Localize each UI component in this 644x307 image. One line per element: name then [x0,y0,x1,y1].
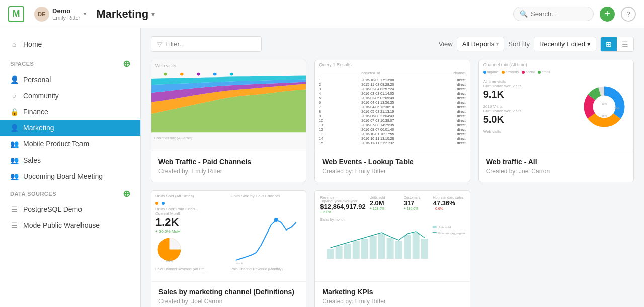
sidebar-item-postgresql[interactable]: ☰ PostgreSQL Demo [0,201,140,217]
lock-icon: 🔒 [10,108,18,116]
svg-rect-23 [370,236,377,259]
sidebar-item-home[interactable]: ⌂ Home [0,36,140,52]
report-creator-4: Created by: Joel Carron [158,298,299,305]
svg-text:10%: 10% [602,102,607,105]
svg-text:58%: 58% [602,114,607,117]
svg-point-16 [274,218,278,222]
user-email: Emily Ritter [52,15,80,21]
sort-dropdown[interactable]: Recently Edited ▾ [534,37,596,51]
sidebar-finance-label: Finance [23,108,48,116]
filter-input[interactable] [165,40,255,48]
report-creator-1: Created by: Emily Ritter [158,168,299,175]
toolbar-right: View All Reports ▾ Sort By Recently Edit… [439,37,634,52]
sidebar-community-label: Community [23,92,59,100]
report-card-marketing-kpis[interactable]: Revenue Top-line, year-over-year $12,864… [314,190,470,307]
person-icon: 👤 [10,75,18,84]
svg-point-3 [213,73,217,76]
top-navigation: M DE Demo Emily Ritter ▾ Marketing ▾ 🔍 +… [0,0,644,28]
report-card-web-events[interactable]: Query 1 Results occurred_at channel 1201… [314,60,470,182]
page-title: Marketing [96,8,148,21]
list-view-button[interactable]: ☰ [617,37,633,51]
sales-icon: 👥 [10,156,18,164]
help-button[interactable]: ? [621,7,636,22]
main-layout: ⌂ Home SPACES ⊕ 👤 Personal ○ Community 🔒… [0,28,644,307]
report-thumbnail-4: Units Sold (All Times) Units Sold by Pai… [151,191,306,281]
sidebar-item-marketing[interactable]: 👤 Marketing [0,120,140,136]
report-card-sales-marketing[interactable]: Units Sold (All Times) Units Sold by Pai… [151,190,306,307]
sidebar-item-finance[interactable]: 🔒 Finance [0,104,140,120]
sidebar-home-label: Home [23,40,42,48]
sidebar-item-mode-warehouse[interactable]: ☰ Mode Public Warehouse [0,217,140,234]
sidebar-personal-label: Personal [23,75,51,84]
svg-text:35%: 35% [614,106,620,109]
sidebar-warehouse-label: Mode Public Warehouse [23,221,100,229]
sort-arrow-icon: ▾ [587,40,591,48]
view-value: All Reports [462,40,495,48]
report-title-3: Web traffic - All [486,158,626,166]
user-info: Demo Emily Ritter [52,7,80,21]
svg-rect-18 [327,249,334,259]
warehouse-icon: ☰ [10,221,18,229]
report-info-3: Web traffic - All Created by: Joel Carro… [479,151,633,182]
report-title-2: Web Events - Lookup Table [322,158,462,166]
user-menu[interactable]: DE Demo Emily Ritter ▾ [30,5,90,24]
page-title-area: Marketing ▾ [96,8,507,21]
svg-rect-19 [336,246,343,259]
svg-point-0 [164,73,167,76]
report-title-5: Marketing KPIs [322,288,462,296]
add-space-button[interactable]: ⊕ [123,58,131,69]
svg-rect-25 [387,238,394,259]
toolbar: ▽ View All Reports ▾ Sort By Recently Ed… [151,36,634,52]
globe-icon: ○ [10,92,18,100]
report-thumbnail-2: Query 1 Results occurred_at channel 1201… [315,60,469,151]
chevron-down-icon: ▾ [84,11,86,17]
svg-point-1 [180,73,184,76]
sidebar-item-personal[interactable]: 👤 Personal [0,71,140,88]
search-icon: 🔍 [520,10,528,18]
report-creator-2: Created by: Emily Ritter [322,168,462,175]
title-dropdown-icon[interactable]: ▾ [151,10,155,18]
board-icon: 👥 [10,172,18,180]
sidebar-item-sales[interactable]: 👥 Sales [0,152,140,168]
report-thumbnail-1: Web visits [151,60,306,151]
view-dropdown[interactable]: All Reports ▾ [457,37,505,51]
search-box[interactable]: 🔍 [513,7,594,21]
report-title-4: Sales by marketing channel (Definitions) [158,288,299,296]
sidebar-board-label: Upcoming Board Meeting [23,172,103,180]
grid-view-button[interactable]: ⊞ [601,37,617,51]
report-info-5: Marketing KPIs Created by: Emily Ritter [315,281,469,307]
avatar: DE [34,7,49,22]
report-info-2: Web Events - Lookup Table Created by: Em… [315,151,469,182]
report-card-web-traffic-paid[interactable]: Web visits [151,60,306,182]
report-title-1: Web Traffic - Paid Channels [158,158,299,166]
view-toggle: ⊞ ☰ [600,37,634,52]
marketing-icon: 👤 [10,124,18,132]
user-name: Demo [52,7,80,15]
svg-text:Revenue (aggregate): Revenue (aggregate) [438,232,465,235]
svg-rect-22 [361,239,368,259]
sort-value: Recently Edited [539,40,585,48]
sidebar: ⌂ Home SPACES ⊕ 👤 Personal ○ Community 🔒… [0,28,141,307]
data-sources-section-header: DATA SOURCES ⊕ [0,184,140,201]
main-content: ▽ View All Reports ▾ Sort By Recently Ed… [141,28,644,307]
spaces-section-header: SPACES ⊕ [0,54,140,71]
svg-rect-20 [344,244,351,259]
sidebar-item-community[interactable]: ○ Community [0,88,140,104]
svg-rect-26 [395,241,403,259]
report-card-web-traffic-all[interactable]: Channel mix (All time) organic adwords s… [478,60,634,182]
svg-rect-24 [378,234,385,259]
home-icon: ⌂ [10,40,18,48]
svg-rect-30 [433,226,437,228]
report-creator-5: Created by: Emily Ritter [322,298,462,305]
create-button[interactable]: + [600,7,615,22]
sidebar-item-upcoming-board-meeting[interactable]: 👥 Upcoming Board Meeting [0,168,140,184]
sidebar-postgresql-label: PostgreSQL Demo [23,205,82,213]
report-creator-3: Created by: Joel Carron [486,168,626,175]
sidebar-item-mobile-product-team[interactable]: 👥 Mobile Product Team [0,136,140,152]
team-icon: 👥 [10,140,18,148]
search-input[interactable] [531,10,587,18]
add-datasource-button[interactable]: ⊕ [123,188,131,199]
svg-rect-29 [421,239,428,259]
filter-box[interactable]: ▽ [151,36,262,52]
data-sources-label: DATA SOURCES [10,191,56,197]
